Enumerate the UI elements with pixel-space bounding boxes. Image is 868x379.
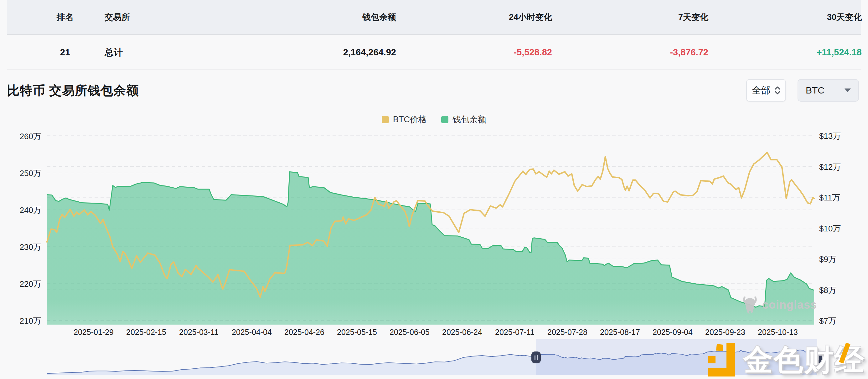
- x-axis-tick: 2025-02-15: [117, 328, 176, 337]
- x-axis-tick: 2025-03-11: [169, 328, 228, 337]
- table-row-total: 21 总计 2,164,264.92 -5,528.82 -3,876.72 +…: [7, 35, 861, 70]
- x-axis-tick: 2025-05-15: [327, 328, 387, 337]
- left-axis-tick: 230万: [6, 242, 41, 253]
- main-chart[interactable]: [0, 131, 868, 327]
- x-axis-tick: 2025-06-05: [380, 328, 439, 337]
- legend-item-wallet-balance[interactable]: 钱包余额: [441, 114, 486, 125]
- x-axis-tick: 2025-09-23: [695, 328, 755, 337]
- change-30d-value: +11,524.18: [768, 35, 862, 69]
- coinglass-watermark-text: coinglass: [762, 298, 817, 311]
- left-axis-tick: 250万: [6, 168, 41, 179]
- exchange-balance-dashboard: 排名 交易所 钱包余额 24小时变化 7天变化 30天变化 21 总计 2,16…: [0, 0, 868, 379]
- right-axis-tick: $9万: [819, 254, 866, 265]
- x-axis-tick: 2025-07-28: [538, 328, 597, 337]
- column-header-rank: 排名: [56, 0, 74, 34]
- range-select-button[interactable]: 全部: [746, 79, 786, 102]
- change-24h-value: -5,528.82: [458, 35, 552, 69]
- x-axis-tick: 2025-08-17: [590, 328, 650, 337]
- x-axis-tick: 2025-10-13: [748, 328, 808, 337]
- wallet-balance-swatch: [441, 116, 448, 123]
- balance-value: 2,164,264.92: [302, 35, 396, 69]
- x-axis-tick: 2025-09-04: [643, 328, 702, 337]
- right-axis-tick: $12万: [819, 162, 866, 173]
- legend-item-btc-price[interactable]: BTC价格: [382, 114, 427, 125]
- x-axis-tick: 2025-04-26: [275, 328, 334, 337]
- rank-value: 21: [56, 35, 74, 69]
- left-axis-tick: 260万: [6, 131, 41, 142]
- x-axis-tick: 2025-01-29: [64, 328, 123, 337]
- coinglass-watermark: coinglass: [742, 296, 817, 314]
- x-axis-tick: 2025-07-11: [485, 328, 545, 337]
- right-axis-tick: $10万: [819, 223, 866, 234]
- right-axis-tick: $13万: [819, 131, 866, 142]
- column-header-24h-change: 24小时变化: [458, 0, 552, 34]
- coin-select-dropdown[interactable]: BTC: [798, 79, 859, 102]
- right-axis-tick: $8万: [819, 285, 866, 296]
- exchange-name: 总计: [104, 35, 236, 69]
- coinglass-bull-icon: [742, 296, 758, 314]
- x-axis-tick: 2025-06-24: [432, 328, 492, 337]
- change-7d-value: -3,876.72: [614, 35, 708, 69]
- column-header-balance: 钱包余额: [302, 0, 396, 34]
- right-axis-tick: $7万: [819, 315, 866, 326]
- left-axis-tick: 220万: [6, 279, 41, 289]
- btc-price-label: BTC价格: [393, 114, 427, 125]
- column-header-30d-change: 30天变化: [768, 0, 862, 34]
- chevron-up-down-icon: [774, 86, 781, 95]
- jinse-logo-mark-icon: [707, 343, 738, 377]
- btc-price-swatch: [382, 116, 389, 123]
- caret-down-icon: [844, 89, 851, 92]
- wallet-balance-label: 钱包余额: [453, 114, 486, 125]
- page-title: 比特币 交易所钱包余额: [7, 82, 139, 99]
- right-axis-tick: $11万: [819, 192, 866, 203]
- left-axis-tick: 240万: [6, 205, 41, 216]
- coin-select-value: BTC: [806, 85, 825, 96]
- chart-legend: BTC价格 钱包余额: [0, 114, 868, 125]
- table-header-row: 排名 交易所 钱包余额 24小时变化 7天变化 30天变化: [7, 0, 861, 35]
- column-header-7d-change: 7天变化: [614, 0, 708, 34]
- x-axis-tick: 2025-04-04: [222, 328, 281, 337]
- column-header-exchange: 交易所: [104, 0, 236, 34]
- navigator-left-handle[interactable]: [531, 351, 541, 364]
- range-select-label: 全部: [752, 84, 771, 97]
- jinse-finance-logo: 金色财经: [707, 340, 865, 379]
- left-axis-tick: 210万: [6, 315, 41, 326]
